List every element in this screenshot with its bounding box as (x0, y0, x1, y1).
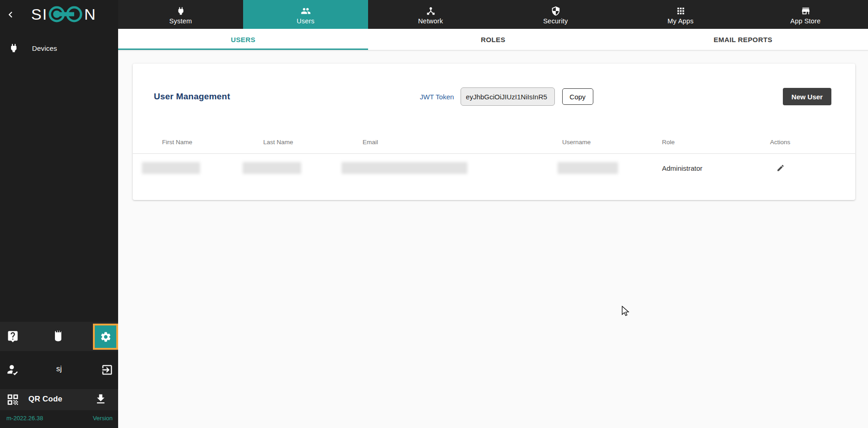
version-value: m-2022.26.38 (6, 415, 43, 422)
copy-button[interactable]: Copy (562, 88, 593, 105)
redacted-username-cell (558, 162, 618, 174)
card-header: User Management JWT Token Copy New User (133, 87, 855, 107)
redacted-email-cell (342, 162, 467, 174)
subtab-email-reports[interactable]: EMAIL REPORTS (618, 29, 868, 50)
new-user-button[interactable]: New User (783, 88, 831, 105)
device-icon (51, 329, 65, 344)
subtab-roles[interactable]: ROLES (368, 29, 618, 50)
jwt-token-label: JWT Token (420, 93, 454, 101)
tab-network[interactable]: Network (368, 0, 493, 29)
edit-pencil-icon (776, 164, 785, 172)
table-row: Administrator (133, 154, 855, 182)
plug-icon (8, 43, 19, 54)
help-button[interactable] (6, 330, 19, 343)
download-button[interactable] (94, 393, 107, 406)
logout-icon (101, 363, 114, 376)
gear-icon (100, 331, 112, 343)
sidebar-header: SI N (0, 0, 118, 29)
column-header-first-name: First Name (142, 139, 243, 146)
main-content: User Management JWT Token Copy New User … (118, 50, 868, 428)
settings-button[interactable] (93, 324, 118, 350)
sidebar-item-devices[interactable]: Devices (0, 40, 118, 56)
sidebar-tools-row (0, 322, 118, 351)
hub-icon (426, 6, 436, 16)
column-header-last-name: Last Name (243, 139, 342, 146)
page-title: User Management (154, 92, 230, 102)
subtab-users[interactable]: USERS (118, 29, 368, 50)
tab-label: My Apps (667, 17, 694, 25)
plug-icon (176, 6, 186, 16)
storefront-icon (801, 6, 811, 16)
tab-security[interactable]: Security (493, 0, 618, 29)
table-header-row: First Name Last Name Email Username Role… (133, 137, 855, 146)
tab-users[interactable]: Users (243, 0, 368, 29)
edit-user-button[interactable] (774, 161, 787, 175)
people-icon (301, 6, 311, 16)
sidebar-user-row: sj (0, 361, 118, 379)
tab-label: Users (297, 17, 315, 25)
qr-code-icon (6, 393, 20, 406)
tab-label: App Store (790, 17, 820, 25)
shield-icon (551, 6, 561, 16)
jwt-token-input[interactable] (461, 87, 555, 106)
download-icon (94, 393, 107, 406)
logout-button[interactable] (101, 363, 114, 376)
help-bubble-icon (6, 330, 19, 343)
qr-code-label[interactable]: QR Code (28, 395, 62, 404)
user-management-card: User Management JWT Token Copy New User … (133, 64, 855, 200)
sub-tab-bar: USERS ROLES EMAIL REPORTS (118, 29, 868, 50)
tab-label: System (169, 17, 192, 25)
chevron-left-icon (5, 9, 16, 21)
redacted-last-name-cell (243, 162, 301, 174)
sidebar-version-row: m-2022.26.38 Version (0, 413, 118, 425)
role-cell: Administrator (660, 164, 770, 172)
sidebar: SI N Devices (0, 0, 118, 428)
tab-my-apps[interactable]: My Apps (618, 0, 743, 29)
column-header-role: Role (660, 139, 770, 146)
redacted-first-name-cell (142, 162, 200, 174)
tab-label: Security (543, 17, 568, 25)
tab-label: Network (418, 17, 443, 25)
version-label: Version (93, 415, 113, 422)
top-navigation: System Users Network Security My Apps (118, 0, 868, 29)
column-header-username: Username (558, 139, 660, 146)
tab-system[interactable]: System (118, 0, 243, 29)
tab-app-store[interactable]: App Store (743, 0, 868, 29)
app-root: SI N Devices (0, 0, 868, 428)
back-button[interactable] (0, 0, 21, 29)
apps-grid-icon (676, 6, 686, 16)
svg-text:SI: SI (31, 5, 48, 23)
svg-text:N: N (84, 5, 96, 23)
device-button[interactable] (51, 329, 65, 344)
sidebar-qr-row: QR Code (0, 389, 118, 410)
column-header-actions: Actions (770, 139, 848, 146)
sidebar-item-label: Devices (32, 44, 57, 52)
column-header-email: Email (342, 139, 558, 146)
sicon-logo: SI N (21, 4, 100, 25)
